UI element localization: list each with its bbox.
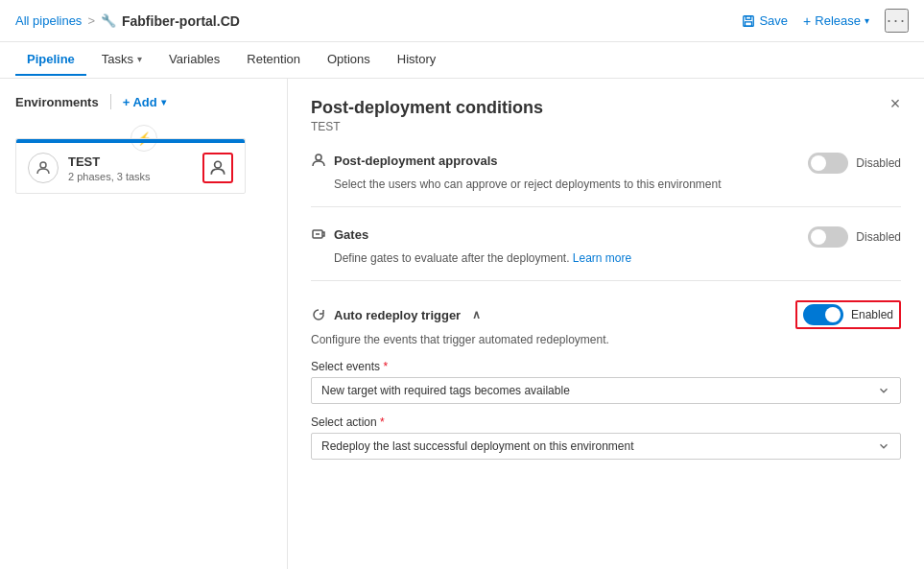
select-action-label: Select action * [311,415,901,429]
nav-tabs: Pipeline Tasks ▾ Variables Retention Opt… [0,42,924,79]
environments-label: Environments [15,95,99,109]
learn-more-link[interactable]: Learn more [573,251,631,265]
select-action-required: * [380,415,385,429]
approvals-status: Disabled [856,156,901,170]
card-info: TEST 2 phases, 3 tasks [68,154,193,182]
header-right: Save + Release ▾ ··· [742,9,909,33]
card-name: TEST [68,154,193,169]
redeploy-icon [311,307,326,322]
gates-toggle[interactable] [808,226,848,248]
gates-desc: Define gates to evaluate after the deplo… [334,251,901,265]
pipeline-title: Fabfiber-portal.CD [122,13,240,29]
auto-redeploy-header: Auto redeploy trigger ∧ Enabled [311,300,901,329]
add-label: + Add [123,95,157,109]
approvals-desc: Select the users who can approve or reje… [334,178,901,191]
auto-redeploy-status: Enabled [851,308,893,321]
card-conditions-button[interactable] [202,153,233,183]
caret-icon: ∧ [472,308,481,321]
approvals-person-icon [311,153,326,168]
panel-subtitle: TEST [311,120,901,133]
approvals-slider [808,153,848,174]
card-subtitle: 2 phases, 3 tasks [68,171,193,182]
tab-variables[interactable]: Variables [157,44,231,76]
close-button[interactable]: × [882,90,909,117]
environment-card-wrapper: ⚡ TEST 2 phases, 3 tasks [15,138,272,194]
card-body: TEST 2 phases, 3 tasks [16,143,245,193]
header: All pipelines > 🔧 Fabfiber-portal.CD Sav… [0,0,924,42]
save-label: Save [759,13,788,28]
select-events-value: New target with required tags becomes av… [321,384,570,397]
auto-redeploy-slider [803,304,843,325]
svg-point-5 [316,154,321,160]
save-button[interactable]: Save [742,13,788,28]
select-action-value: Redeploy the last successful deployment … [321,439,634,453]
tab-history[interactable]: History [386,44,447,76]
select-action-dropdown[interactable]: Redeploy the last successful deployment … [311,433,901,460]
tab-pipeline[interactable]: Pipeline [15,44,86,76]
approvals-toggle-area: Disabled [808,153,901,174]
select-events-dropdown[interactable]: New target with required tags becomes av… [311,377,901,404]
pipeline-icon: 🔧 [101,13,116,28]
approvals-row: Post-deployment approvals Disabled [311,153,901,174]
svg-point-4 [215,161,222,168]
approvals-toggle[interactable] [808,153,848,174]
env-divider [110,94,111,109]
tab-options[interactable]: Options [316,44,382,76]
gates-slider [808,226,848,248]
tab-retention[interactable]: Retention [235,44,312,76]
main-content: Environments + Add ▾ ⚡ [0,79,924,569]
svg-rect-2 [746,21,752,25]
card-person-icon [28,153,59,183]
conditions-panel: × Post-deployment conditions TEST Post-d… [288,79,924,569]
release-arrow-icon: ▾ [865,15,869,26]
left-panel: Environments + Add ▾ ⚡ [0,79,288,569]
more-options-button[interactable]: ··· [885,9,909,33]
add-arrow-icon: ▾ [161,97,166,107]
gates-section: Gates Disabled Define gates to evaluate … [311,226,901,281]
tasks-arrow-icon: ▾ [137,54,142,64]
tab-tasks[interactable]: Tasks ▾ [90,44,154,76]
release-label: Release [815,13,861,28]
breadcrumb-separator: > [87,13,95,28]
select-events-required: * [383,360,388,373]
select-events-chevron-icon [877,384,890,397]
gates-row: Gates Disabled [311,226,901,248]
auto-redeploy-section: Auto redeploy trigger ∧ Enabled Configur… [311,300,901,460]
select-action-chevron-icon [877,439,890,453]
auto-redeploy-toggle[interactable] [803,304,843,325]
environment-card[interactable]: TEST 2 phases, 3 tasks [15,138,246,194]
add-environment-button[interactable]: + Add ▾ [123,95,166,109]
release-button[interactable]: + Release ▾ [803,13,869,29]
select-events-label: Select events * [311,360,901,373]
svg-rect-1 [746,15,751,19]
approvals-label: Post-deployment approvals [311,153,497,168]
approvals-section: Post-deployment approvals Disabled Selec… [311,153,901,207]
auto-redeploy-toggle-wrapper: Enabled [795,300,901,329]
svg-point-3 [40,162,46,168]
auto-redeploy-desc: Configure the events that trigger automa… [311,333,901,346]
save-icon [742,14,755,28]
gates-status: Disabled [856,230,901,244]
panel-title: Post-deployment conditions [311,98,901,118]
gates-icon [311,226,326,242]
gates-toggle-area: Disabled [808,226,901,248]
gates-label: Gates [311,226,368,242]
header-left: All pipelines > 🔧 Fabfiber-portal.CD [15,13,240,29]
plus-icon: + [803,13,811,29]
auto-redeploy-label: Auto redeploy trigger ∧ [311,307,481,322]
environments-header: Environments + Add ▾ [15,94,272,109]
breadcrumb-all-pipelines[interactable]: All pipelines [15,13,82,28]
